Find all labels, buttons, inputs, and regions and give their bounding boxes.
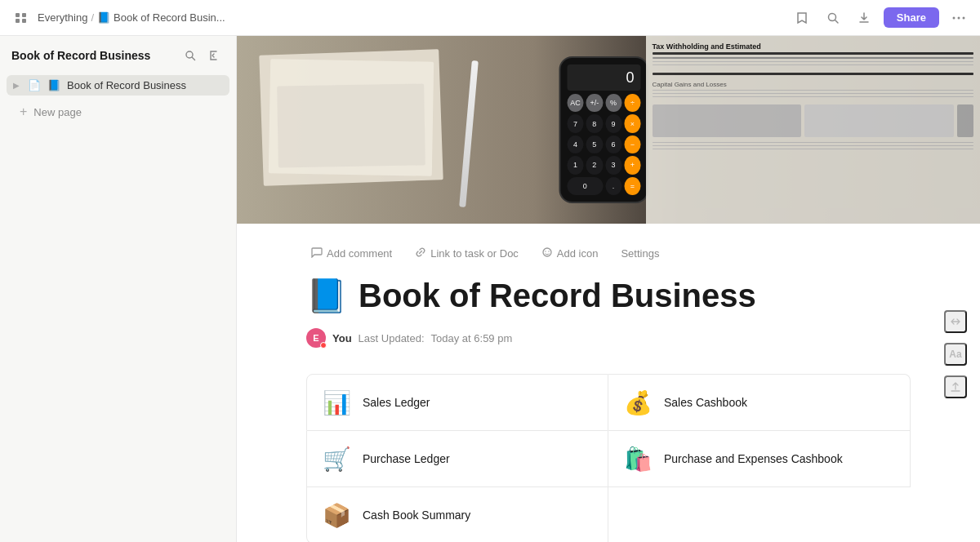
avatar-notification-dot <box>320 342 327 349</box>
svg-line-10 <box>192 57 195 60</box>
download-button[interactable] <box>853 7 875 29</box>
doc-icon-sales-ledger: 📊 <box>320 386 353 419</box>
doc-icon-sales-cashbook: 💰 <box>621 386 654 419</box>
settings-button[interactable]: Settings <box>616 244 664 263</box>
hero-image: 0 AC+/-%÷ 789× 456− 123+ 0.= Tax Withhol… <box>237 36 980 224</box>
add-comment-button[interactable]: Add comment <box>306 243 397 264</box>
emoji-icon <box>541 247 553 260</box>
breadcrumb-separator: / <box>91 11 94 24</box>
font-size-button[interactable]: Aa <box>944 343 967 366</box>
svg-point-12 <box>545 251 546 251</box>
right-toolbar: Aa <box>944 310 967 398</box>
doc-icon-cashbook-summary: 📦 <box>320 499 353 531</box>
bookmark-button[interactable] <box>791 7 813 29</box>
link-to-task-button[interactable]: Link to task or Doc <box>410 243 523 264</box>
meta-row: E You Last Updated: Today at 6:59 pm <box>306 328 911 348</box>
new-page-label: New page <box>33 106 82 118</box>
comment-icon <box>311 247 323 260</box>
breadcrumb: Everything / 📘 Book of Record Busin... <box>38 11 225 24</box>
doc-icon-purchase-expenses: 🛍️ <box>621 442 654 475</box>
documents-grid: 📊 Sales Ledger 💰 Sales Cashbook 🛒 Purcha… <box>306 374 911 542</box>
sidebar-header-icons <box>180 46 225 65</box>
sidebar-title: Book of Record Business <box>11 49 150 62</box>
avatar: E <box>306 328 326 348</box>
search-button[interactable] <box>822 7 844 29</box>
link-icon <box>415 247 426 260</box>
doc-name-purchase-ledger: Purchase Ledger <box>363 452 450 465</box>
hero-image-inner: 0 AC+/-%÷ 789× 456− 123+ 0.= Tax Withhol… <box>237 36 980 224</box>
main-layout: Book of Record Business ▶ <box>0 36 980 542</box>
page-emoji: 📘 <box>306 277 347 315</box>
add-icon-label: Add icon <box>557 247 599 260</box>
sidebar-item-doc-icon: 📄 <box>28 79 41 91</box>
svg-point-6 <box>953 16 956 19</box>
sidebar-items: ▶ 📄 📘 Book of Record Business <box>0 72 236 99</box>
calculator-visual: 0 AC+/-%÷ 789× 456− 123+ 0.= <box>559 56 649 203</box>
content-area: 0 AC+/-%÷ 789× 456− 123+ 0.= Tax Withhol… <box>237 36 980 542</box>
app-menu-button[interactable] <box>10 7 33 29</box>
chevron-right-icon: ▶ <box>13 81 20 90</box>
last-updated-value: Today at 6:59 pm <box>431 332 513 344</box>
doc-card-cashbook-summary[interactable]: 📦 Cash Book Summary <box>306 487 608 542</box>
doc-icon-purchase-ledger: 🛒 <box>320 442 353 475</box>
breadcrumb-doc[interactable]: Book of Record Busin... <box>114 11 225 24</box>
sidebar-item-book-record[interactable]: ▶ 📄 📘 Book of Record Business <box>7 75 229 96</box>
svg-rect-2 <box>16 19 20 23</box>
link-label: Link to task or Doc <box>430 247 519 260</box>
calc-screen: 0 <box>568 64 641 91</box>
svg-line-5 <box>835 20 838 23</box>
new-page-button[interactable]: + New page <box>7 100 229 123</box>
sidebar-item-label: Book of Record Business <box>67 79 186 91</box>
page-title-area: 📘 Book of Record Business <box>306 277 911 315</box>
page-content: Add comment Link to task or Doc <box>241 224 976 542</box>
svg-rect-3 <box>22 19 26 23</box>
svg-rect-0 <box>16 13 20 17</box>
author-name: You <box>332 332 352 344</box>
tax-form-visual: Tax Withholding and Estimated Capital Ga… <box>646 36 981 224</box>
doc-name-sales-ledger: Sales Ledger <box>363 396 430 409</box>
add-icon-button[interactable]: Add icon <box>537 243 604 264</box>
breadcrumb-doc-icon: 📘 <box>97 11 110 24</box>
expand-width-button[interactable] <box>944 310 967 333</box>
svg-point-11 <box>543 248 551 256</box>
settings-label: Settings <box>621 247 659 260</box>
doc-card-sales-cashbook[interactable]: 💰 Sales Cashbook <box>608 374 911 431</box>
more-button[interactable] <box>947 7 970 29</box>
page-title: Book of Record Business <box>359 278 756 314</box>
doc-card-purchase-expenses[interactable]: 🛍️ Purchase and Expenses Cashbook <box>608 431 911 487</box>
svg-point-13 <box>548 251 549 251</box>
doc-name-sales-cashbook: Sales Cashbook <box>664 396 747 409</box>
doc-name-purchase-expenses: Purchase and Expenses Cashbook <box>664 452 843 465</box>
topbar-left: Everything / 📘 Book of Record Busin... <box>10 7 784 29</box>
toolbar-row: Add comment Link to task or Doc <box>306 243 911 264</box>
topbar: Everything / 📘 Book of Record Busin... S… <box>0 0 980 36</box>
font-icon: Aa <box>949 349 961 360</box>
sidebar-collapse-button[interactable] <box>205 46 225 65</box>
calc-grid: AC+/-%÷ 789× 456− 123+ 0.= <box>568 94 641 195</box>
sidebar: Book of Record Business ▶ <box>0 36 237 542</box>
doc-name-cashbook-summary: Cash Book Summary <box>363 509 470 522</box>
sidebar-item-emoji: 📘 <box>47 79 60 91</box>
sidebar-header: Book of Record Business <box>0 36 236 72</box>
topbar-right: Share <box>791 7 970 29</box>
breadcrumb-home[interactable]: Everything <box>38 11 87 24</box>
svg-point-7 <box>958 16 960 19</box>
avatar-initial: E <box>313 333 318 343</box>
last-updated-label: Last Updated: <box>359 332 425 344</box>
share-upload-button[interactable] <box>944 375 967 398</box>
doc-card-purchase-ledger[interactable]: 🛒 Purchase Ledger <box>306 431 608 487</box>
add-comment-label: Add comment <box>327 247 392 260</box>
share-button[interactable]: Share <box>884 7 939 28</box>
plus-icon: + <box>20 104 27 119</box>
svg-point-8 <box>963 16 965 19</box>
sidebar-search-button[interactable] <box>180 46 200 65</box>
svg-rect-1 <box>22 13 26 17</box>
doc-card-sales-ledger[interactable]: 📊 Sales Ledger <box>306 374 608 431</box>
